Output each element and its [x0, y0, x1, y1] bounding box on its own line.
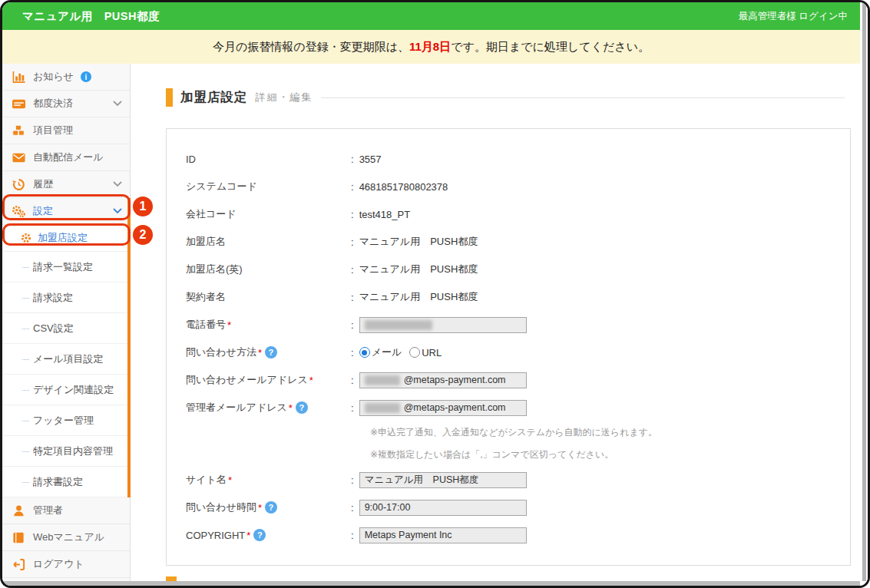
sidebar-item-history[interactable]: 履歴 [2, 171, 130, 198]
sidebar-subitem-specific-item-management[interactable]: 特定項目内容管理 [2, 436, 130, 467]
help-icon[interactable]: ? [265, 346, 277, 358]
field-label-text: 加盟店名(英) [186, 263, 243, 276]
active-menu-rail [127, 198, 131, 497]
field-label-text: 問い合わせ方法 [186, 345, 256, 359]
chevron-down-icon [113, 101, 122, 107]
field-value-merchant-name-en: :マニュアル用 PUSH都度 [351, 263, 478, 276]
history-icon [12, 178, 26, 191]
field-note-note-auto-send: ※申込完了通知、入金通知などがシステムから自動的に送られます。 [167, 421, 850, 444]
field-row-id: ID:3557 [167, 145, 850, 173]
vertical-scrollbar-thumb[interactable] [862, 2, 866, 581]
contact-method-radio-unselected[interactable] [409, 347, 420, 358]
field-note-note-comma: ※複数指定したい場合は「,」コンマで区切ってください。 [167, 444, 850, 466]
field-value-system-code: :4681851780802378 [351, 181, 448, 193]
sidebar-item-web-manual[interactable]: Webマニュアル [2, 524, 130, 551]
contact-method-option: メール [359, 345, 402, 359]
sidebar-subitem-billing-list-settings[interactable]: 請求一覧設定 [2, 252, 130, 282]
radio-option-label: メール [372, 345, 402, 359]
help-icon[interactable]: ? [296, 401, 308, 414]
field-row-copyright: COPYRIGHT*?:Metaps Payment Inc [167, 521, 850, 549]
contact-email-input[interactable]: @metaps-payment.com [359, 372, 527, 388]
field-label-text: 問い合わせメールアドレス [186, 373, 308, 387]
colon: : [351, 402, 354, 414]
book-icon [12, 531, 26, 544]
field-value-copyright: :Metaps Payment Inc [351, 527, 527, 543]
redacted-value [365, 375, 400, 385]
sidebar: お知らせi都度決済項目管理自動配信メール履歴設定 加盟店設定請求一覧設定請求設定… [2, 64, 131, 581]
notice-bar: 今月の振替情報の登録・変更期限は、11月8日です。期日までに処理してください。 [2, 30, 860, 64]
merchant-name-value: マニュアル用 PUSH都度 [359, 235, 478, 249]
annotation-badge-2: 2 [133, 225, 153, 245]
field-value-contact-hours: :9:00-17:00 [351, 500, 527, 516]
bar-chart-icon [12, 71, 26, 84]
field-value-id: :3557 [351, 154, 382, 165]
field-value-company-code: :test418_PT [351, 209, 410, 220]
contact-hours-input[interactable]: 9:00-17:00 [359, 500, 527, 516]
field-label-text: 加盟店名 [186, 235, 226, 249]
sidebar-item-label: Webマニュアル [33, 530, 104, 544]
field-label-copyright: COPYRIGHT*? [186, 529, 351, 541]
merchant-settings-form: ID:3557システムコード:4681851780802378会社コード:tes… [167, 145, 850, 549]
sidebar-subitem-csv-settings[interactable]: CSV設定 [2, 313, 130, 344]
sidebar-item-label: 自動配信メール [33, 150, 104, 164]
admin-email-input[interactable]: @metaps-payment.com [359, 400, 527, 416]
admin-email-input-text: @metaps-payment.com [404, 402, 506, 413]
sidebar-subitem-design-settings[interactable]: デザイン関連設定 [2, 375, 130, 405]
copyright-input[interactable]: Metaps Payment Inc [359, 527, 527, 543]
gear-icon [21, 233, 31, 243]
annotation-badge-1: 1 [133, 197, 153, 216]
field-label-site-name: サイト名* [186, 473, 351, 487]
help-icon[interactable]: ? [265, 501, 277, 514]
field-label-merchant-name-en: 加盟店名(英) [186, 263, 351, 276]
field-row-contact-email: 問い合わせメールアドレス*:@metaps-payment.com [167, 366, 850, 394]
colon: : [351, 502, 354, 514]
contact-method-radio-selected[interactable] [359, 347, 370, 358]
field-label-system-code: システムコード [186, 180, 351, 193]
field-label-admin-email: 管理者メールアドレス*? [186, 401, 351, 415]
sidebar-subitem-label: フッター管理 [33, 414, 94, 428]
sidebar-item-item-management[interactable]: 項目管理 [2, 117, 130, 144]
field-value-contact-email: :@metaps-payment.com [351, 372, 527, 388]
redacted-value [365, 403, 400, 413]
chevron-down-icon [113, 208, 122, 214]
field-label-id: ID [186, 154, 351, 165]
sidebar-subitem-mail-item-settings[interactable]: メール項目設定 [2, 344, 130, 375]
company-code-value: test418_PT [359, 209, 411, 220]
main-content: 加盟店設定 詳細・編集 ID:3557システムコード:4681851780802… [131, 64, 860, 581]
field-row-merchant-name-en: 加盟店名(英):マニュアル用 PUSH都度 [167, 256, 850, 283]
field-label-text: 会社コード [186, 207, 237, 221]
sidebar-subitem-billing-settings[interactable]: 請求設定 [2, 282, 130, 313]
field-value-site-name: :マニュアル用 PUSH都度 [351, 472, 527, 488]
sidebar-item-news[interactable]: お知らせi [2, 64, 130, 91]
boxes-icon [12, 124, 26, 137]
field-label-text: 電話番号 [186, 318, 226, 332]
sidebar-item-logout[interactable]: ログアウト [2, 551, 130, 578]
sidebar-item-spot-payment[interactable]: 都度決済 [2, 91, 130, 117]
field-value-contractor-name: :マニュアル用 PUSH都度 [351, 290, 478, 304]
sidebar-subitem-footer-management[interactable]: フッター管理 [2, 405, 130, 436]
site-name-input[interactable]: マニュアル用 PUSH都度 [359, 472, 527, 488]
page-title: 加盟店設定 [180, 89, 248, 106]
field-label-contact-hours: 問い合わせ時間*? [186, 500, 351, 514]
required-mark: * [246, 530, 250, 541]
sidebar-item-auto-mail[interactable]: 自動配信メール [2, 144, 130, 171]
sidebar-item-admin[interactable]: 管理者 [2, 497, 130, 524]
info-icon[interactable]: i [81, 71, 91, 82]
sidebar-bottom-nav: 管理者Webマニュアルログアウト [2, 497, 130, 578]
sidebar-item-merchant-settings[interactable]: 加盟店設定 [2, 225, 130, 252]
required-mark: * [289, 402, 293, 414]
sidebar-item-settings[interactable]: 設定 [2, 198, 130, 225]
sidebar-subitem-invoice-settings[interactable]: 請求書設定 [2, 467, 130, 497]
app-window: マニュアル用 PUSH都度 最高管理者様 ログイン中 今月の振替情報の登録・変更… [0, 0, 870, 588]
help-icon[interactable]: ? [253, 529, 266, 541]
vertical-scrollbar[interactable] [860, 2, 868, 586]
field-value-contact-method: :メールURL [351, 345, 449, 359]
phone-number-input[interactable] [359, 317, 527, 333]
contact-hours-input-text: 9:00-17:00 [365, 502, 411, 513]
sidebar-main-nav: お知らせi都度決済項目管理自動配信メール履歴設定 [2, 64, 130, 225]
horizontal-scrollbar[interactable] [2, 581, 860, 586]
site-name-input-text: マニュアル用 PUSH都度 [365, 474, 479, 487]
id-value: 3557 [359, 154, 382, 165]
field-row-merchant-name: 加盟店名:マニュアル用 PUSH都度 [167, 228, 850, 256]
field-label-text: 問い合わせ時間 [186, 500, 256, 514]
